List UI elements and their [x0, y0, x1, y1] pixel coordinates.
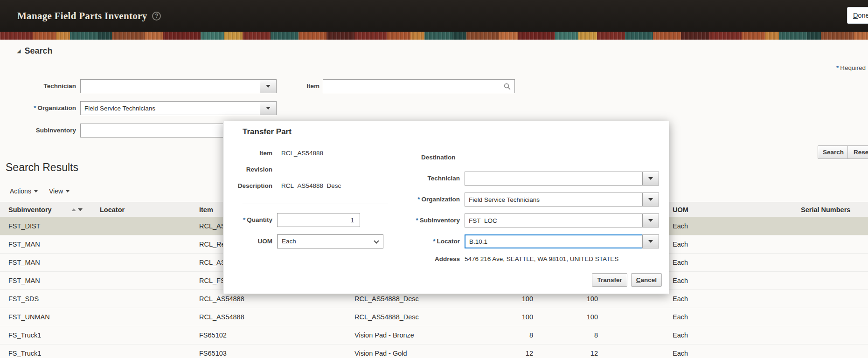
organization-input[interactable] — [80, 101, 260, 115]
destination-label: Destination — [421, 154, 456, 161]
reset-button[interactable]: Reset — [847, 145, 868, 159]
organization-dropdown-button[interactable] — [260, 101, 277, 115]
required-asterisk: * — [34, 104, 36, 111]
column-header-serial-numbers[interactable]: Serial Numbers — [800, 206, 868, 213]
quantity-label: *Quantity — [223, 213, 272, 227]
dialog-organization-input[interactable] — [465, 193, 643, 207]
done-button[interactable]: Done — [847, 7, 868, 24]
uom-label: UOM — [223, 234, 272, 248]
dialog-organization-combobox — [465, 193, 659, 207]
cell-item: FS65102 — [191, 331, 346, 339]
cell-qty1: 100 — [486, 313, 535, 321]
column-header-uom[interactable]: UOM — [664, 206, 800, 213]
transfer-button[interactable]: Transfer — [592, 273, 627, 287]
view-menu[interactable]: View — [49, 187, 69, 195]
cell-uom: Each — [664, 222, 800, 230]
table-row[interactable]: FS_Truck1 FS65103 Vision Pad - Gold 12 1… — [0, 344, 868, 358]
page-title: Manage Field Parts Inventory — [17, 10, 147, 22]
help-icon[interactable]: ? — [152, 12, 161, 21]
transfer-part-dialog: Transfer Part Item RCL_AS54888 Revision … — [223, 121, 669, 294]
cell-uom: Each — [664, 313, 800, 321]
dialog-organization-label: *Organization — [363, 193, 460, 207]
actions-menu[interactable]: Actions — [10, 187, 38, 195]
dialog-organization-dropdown-button[interactable] — [642, 193, 659, 207]
collapse-triangle-icon[interactable]: ◢ — [17, 48, 21, 54]
sort-ascending-icon[interactable] — [71, 208, 76, 211]
results-toolbar: Actions View — [10, 187, 69, 195]
dialog-description-value: RCL_AS54888_Desc — [281, 182, 341, 190]
results-title: Search Results — [6, 161, 78, 174]
cell-qty2: 12 — [535, 350, 600, 357]
dialog-locator-combobox — [465, 234, 659, 248]
dialog-locator-dropdown-button[interactable] — [642, 234, 659, 248]
quantity-input[interactable] — [277, 213, 360, 227]
cell-subinventory: FST_MAN — [0, 277, 91, 284]
cell-item: RCL_AS54888 — [191, 313, 346, 321]
chevron-down-icon — [66, 190, 69, 193]
table-row[interactable]: FST_UNMAN RCL_AS54888 RCL_AS54888_Desc 1… — [0, 308, 868, 326]
required-asterisk: * — [243, 216, 245, 223]
search-icon[interactable] — [504, 83, 511, 90]
dialog-item-label: Item — [223, 150, 272, 157]
table-row[interactable]: FS_Truck1 FS65102 Vision Pad - Bronze 8 … — [0, 326, 868, 344]
item-input[interactable] — [323, 79, 515, 93]
column-header-subinventory[interactable]: Subinventory — [0, 206, 91, 213]
dialog-buttons: Transfer Cancel — [592, 273, 662, 287]
cell-subinventory: FST_DIST — [0, 222, 91, 230]
cell-qty2: 100 — [535, 295, 600, 303]
required-asterisk: * — [416, 217, 418, 224]
address-label: Address — [363, 255, 460, 263]
organization-label: *Organization — [0, 101, 76, 115]
dialog-locator-label: *Locator — [363, 234, 460, 248]
dialog-subinventory-input[interactable] — [465, 213, 643, 227]
app-header: Manage Field Parts Inventory ? Done — [0, 0, 868, 32]
cell-uom: Each — [664, 350, 800, 357]
cell-subinventory: FST_SDS — [0, 295, 91, 303]
required-asterisk: * — [417, 196, 420, 203]
item-search-field — [323, 79, 515, 93]
dialog-technician-combobox — [465, 172, 659, 186]
cell-qty2: 100 — [535, 313, 600, 321]
search-button[interactable]: Search — [818, 145, 849, 159]
required-asterisk: * — [433, 238, 435, 245]
search-section-header[interactable]: ◢ Search — [17, 46, 53, 56]
cell-item: RCL_AS54888 — [191, 295, 346, 303]
required-note: *Required — [836, 64, 866, 71]
sort-descending-icon[interactable] — [78, 208, 83, 211]
cell-subinventory: FST_MAN — [0, 241, 91, 248]
column-header-locator[interactable]: Locator — [91, 206, 191, 213]
dialog-item-value: RCL_AS54888 — [281, 150, 323, 157]
subinventory-label: Subinventory — [0, 124, 76, 138]
required-note-text: Required — [840, 64, 866, 71]
cell-qty1: 100 — [486, 295, 535, 303]
application-window: Manage Field Parts Inventory ? Done ◢ Se… — [0, 0, 868, 358]
cell-uom: Each — [664, 295, 800, 303]
cell-uom: Each — [664, 259, 800, 266]
dialog-title: Transfer Part — [243, 127, 292, 137]
technician-input[interactable] — [80, 79, 260, 93]
dialog-subinventory-combobox — [465, 213, 659, 227]
cancel-button[interactable]: Cancel — [631, 273, 662, 287]
cell-qty2: 8 — [535, 331, 600, 339]
cell-uom: Each — [664, 277, 800, 284]
dialog-locator-input[interactable] — [465, 234, 643, 248]
required-asterisk: * — [836, 64, 839, 71]
cell-subinventory: FST_MAN — [0, 259, 91, 266]
app-title-wrap: Manage Field Parts Inventory ? — [17, 10, 161, 22]
cell-description: RCL_AS54888_Desc — [346, 313, 486, 321]
cell-description: Vision Pad - Gold — [346, 350, 486, 357]
item-label: Item — [243, 79, 319, 93]
technician-label: Technician — [0, 79, 76, 93]
cell-subinventory: FS_Truck1 — [0, 350, 91, 357]
cell-subinventory: FST_UNMAN — [0, 313, 91, 321]
dialog-revision-label: Revision — [223, 166, 272, 173]
chevron-down-icon — [34, 190, 38, 193]
search-section-title: Search — [24, 46, 52, 56]
cell-item: FS65103 — [191, 350, 346, 357]
dialog-technician-input[interactable] — [465, 172, 643, 186]
dialog-subinventory-dropdown-button[interactable] — [642, 213, 659, 227]
cell-qty1: 12 — [486, 350, 535, 357]
dialog-technician-dropdown-button[interactable] — [642, 172, 659, 186]
cell-qty1: 8 — [486, 331, 535, 339]
cell-description: Vision Pad - Bronze — [346, 331, 486, 339]
